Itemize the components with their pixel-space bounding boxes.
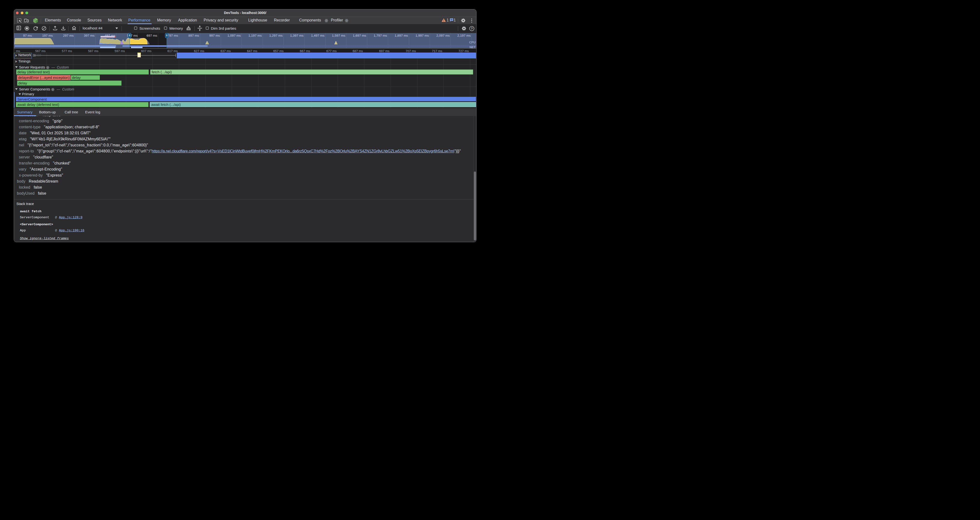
- svg-text:797 ms: 797 ms: [167, 34, 178, 37]
- svg-text:2,197 ms: 2,197 ms: [457, 34, 471, 37]
- svg-text:1,597 ms: 1,597 ms: [332, 34, 345, 37]
- svg-text:1,697 ms: 1,697 ms: [353, 34, 366, 37]
- svg-text:697 ms: 697 ms: [146, 34, 158, 37]
- svg-text:?: ?: [471, 27, 473, 30]
- svg-text:1,997 ms: 1,997 ms: [415, 34, 429, 37]
- svg-text:297 ms: 297 ms: [63, 34, 74, 37]
- svg-text:1,797 ms: 1,797 ms: [374, 34, 387, 37]
- svg-text:2,097 ms: 2,097 ms: [436, 34, 450, 37]
- svg-text:397 ms: 397 ms: [84, 34, 95, 37]
- svg-text:997 ms: 997 ms: [209, 34, 220, 37]
- svg-text:1,297 ms: 1,297 ms: [269, 34, 283, 37]
- svg-text:197 ms: 197 ms: [42, 34, 53, 37]
- svg-text:1,097 ms: 1,097 ms: [228, 34, 241, 37]
- svg-text:CPU: CPU: [469, 41, 476, 44]
- svg-text:1,497 ms: 1,497 ms: [311, 34, 325, 37]
- svg-text:897 ms: 897 ms: [188, 34, 199, 37]
- svg-text:1,897 ms: 1,897 ms: [395, 34, 408, 37]
- svg-text:1,397 ms: 1,397 ms: [290, 34, 304, 37]
- svg-text:1,197 ms: 1,197 ms: [248, 34, 262, 37]
- svg-text:97 ms: 97 ms: [23, 34, 32, 37]
- svg-text:NET: NET: [469, 45, 476, 48]
- svg-text:497 ms: 497 ms: [105, 34, 116, 37]
